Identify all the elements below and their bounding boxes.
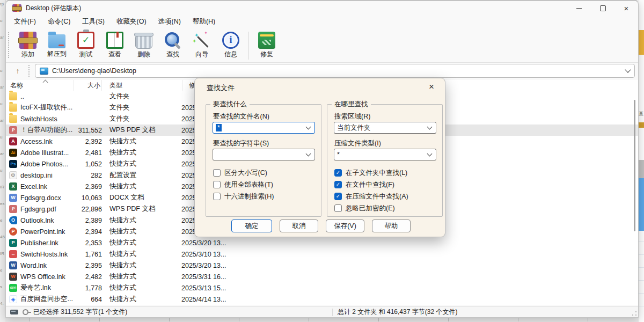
file-modified: 2025/4/14 13... [181,296,226,303]
background-text-fragment: IR [0,185,4,189]
archive-types-combobox[interactable]: * [334,149,436,160]
column-header-type[interactable]: 类型 [102,80,182,91]
menu-item[interactable]: 选项(N) [152,16,187,27]
checkbox-unchecked-icon[interactable] [213,193,221,200]
find-files-dialog: 查找文件 × 要查找什么 要查找的文件名(N) * 要查找的字符串(S) 区分大… [194,78,445,237]
file-size: 22,896 [74,206,102,213]
string-combobox[interactable] [213,149,315,160]
toolbar-button-delete[interactable]: 删除 [130,31,158,59]
file-name: desktop.ini [20,172,74,179]
word-icon: W [9,261,17,269]
dialog-close-button[interactable]: × [425,80,438,93]
menu-item[interactable]: 帮助(H) [187,16,221,27]
menu-item[interactable]: 文件(F) [8,16,42,27]
vertical-scrollbar[interactable] [634,100,635,231]
resize-grip[interactable] [632,311,637,316]
checkbox-hex-search[interactable]: 十六进制搜索(H) [213,191,274,202]
checkbox-in-archives[interactable]: ✓在压缩文件中查找(A) [334,191,408,202]
toolbar-button-label: 测试 [79,50,92,59]
window-title: Desktop (评估版本) [26,4,81,13]
minimize-button[interactable] [567,1,591,16]
file-row[interactable]: ↔SwitchHosts.lnk1,761快捷方式2025/3/10 13... [6,248,638,260]
file-row[interactable]: PPublisher.lnk2,353快捷方式2025/3/20 13... [6,237,638,248]
file-row[interactable]: iQIYI爱奇艺.lnk1,778快捷方式2025/3/13 15... [6,282,638,294]
address-drag-handle[interactable] [28,65,31,77]
search-area-value: 当前文件夹 [337,123,371,133]
file-name: Access.lnk [20,138,74,145]
address-path: C:\Users\deng-qiao\Desktop [52,67,136,75]
checkbox-skip-encrypted[interactable]: 忽略已加密的(E) [334,202,408,214]
outlook-icon: O [9,216,17,224]
up-button[interactable]: ↑ [10,64,25,77]
toolbar-button-repair[interactable]: 修复 [253,31,281,59]
background-yellow-strip [639,30,644,55]
close-button[interactable]: × [614,1,638,16]
background-tick [99,318,100,321]
checkbox-all-tables[interactable]: 使用全部表格(T) [213,179,274,191]
chevron-down-icon[interactable] [625,67,631,72]
chevron-down-icon[interactable] [306,151,311,156]
file-size: 2,481 [74,149,102,157]
checkbox-unchecked-icon[interactable] [334,204,342,212]
column-header-size[interactable]: 大小 [74,80,102,91]
toolbar-button-extract[interactable]: 解压到 [43,31,71,58]
address-combobox[interactable]: C:\Users\deng-qiao\Desktop [35,64,635,78]
toolbar-button-add[interactable]: 添加 [14,31,42,59]
group-what-to-find: 要查找什么 要查找的文件名(N) * 要查找的字符串(S) 区分大小写(C)使用… [206,104,321,217]
file-size: 2,353 [74,239,102,247]
cancel-button[interactable]: 取消 [280,219,318,232]
checkbox-subfolders[interactable]: ✓在子文件夹中查找(L) [334,167,408,179]
filename-combobox[interactable]: * [213,122,315,134]
toolbar-button-test[interactable]: ✓测试 [72,31,100,59]
toolbar-button-label: 解压到 [47,49,67,58]
checkbox-in-files[interactable]: ✓在文件中查找(F) [334,179,408,191]
key-icon[interactable] [23,309,28,315]
toolbar-drag-handle[interactable] [8,32,10,58]
checkbox-checked-icon[interactable]: ✓ [334,181,342,188]
checkbox-checked-icon[interactable]: ✓ [334,193,342,200]
file-row[interactable]: WWord.lnk2,395快捷方式2025/3/20 13... [6,260,638,271]
file-name: Publisher.lnk [20,239,74,247]
file-row[interactable]: ◈百度网盘同步空...664快捷方式2025/4/14 13... [6,294,638,305]
archive-types-value: * [337,151,340,158]
chevron-down-icon[interactable] [427,151,433,156]
file-row[interactable]: WWPS Office.lnk2,482快捷方式2025/3/31 16... [6,271,638,282]
toolbar-button-label: 添加 [21,50,34,59]
checkbox-label: 在文件中查找(F) [346,180,394,189]
help-button[interactable]: 帮助 [372,219,411,232]
what-checkboxes: 区分大小写(C)使用全部表格(T)十六进制搜索(H) [213,167,274,202]
ini-icon: ⚙ [9,171,17,179]
file-name: .. [20,93,74,100]
column-header-name[interactable]: 名称 [6,80,74,91]
folder-icon [9,115,17,123]
delete-trash-icon [135,35,152,49]
file-type: WPS PDF 文档 [109,204,175,214]
chevron-down-icon[interactable] [306,124,311,129]
winrar-logo-icon [12,4,21,12]
checkbox-label: 在子文件夹中查找(L) [346,169,407,178]
toolbar-button-view[interactable]: 查看 [101,31,129,59]
where-checkboxes: ✓在子文件夹中查找(L)✓在文件中查找(F)✓在压缩文件中查找(A)忽略已加密的… [334,167,408,214]
checkbox-label: 十六进制搜索(H) [224,192,274,201]
file-name: PowerPoint.lnk [20,228,74,236]
save-button[interactable]: 保存(V) [326,219,364,232]
file-size: 1,052 [74,160,102,168]
checkbox-unchecked-icon[interactable] [213,181,221,188]
checkbox-unchecked-icon[interactable] [213,169,221,177]
search-area-combobox[interactable]: 当前文件夹 [334,122,436,134]
menu-item[interactable]: 工具(S) [76,16,111,27]
file-type: 快捷方式 [109,295,175,304]
powerpoint-icon: P [9,228,17,236]
toolbar-button-wizard[interactable]: ✦✦✦向导 [188,31,216,59]
maximize-button[interactable] [591,1,614,16]
toolbar-button-find[interactable]: 查找 [159,31,187,59]
chevron-down-icon[interactable] [427,124,433,129]
checkbox-match-case[interactable]: 区分大小写(C) [213,167,274,179]
ok-button[interactable]: 确定 [231,219,272,232]
toolbar-button-info[interactable]: i信息 [217,31,245,59]
background-gold-strip [639,122,644,128]
background-text-fragment: u [0,69,2,73]
menu-item[interactable]: 收藏夹(O) [111,16,152,27]
menu-item[interactable]: 命令(C) [42,16,76,27]
checkbox-checked-icon[interactable]: ✓ [334,169,342,177]
